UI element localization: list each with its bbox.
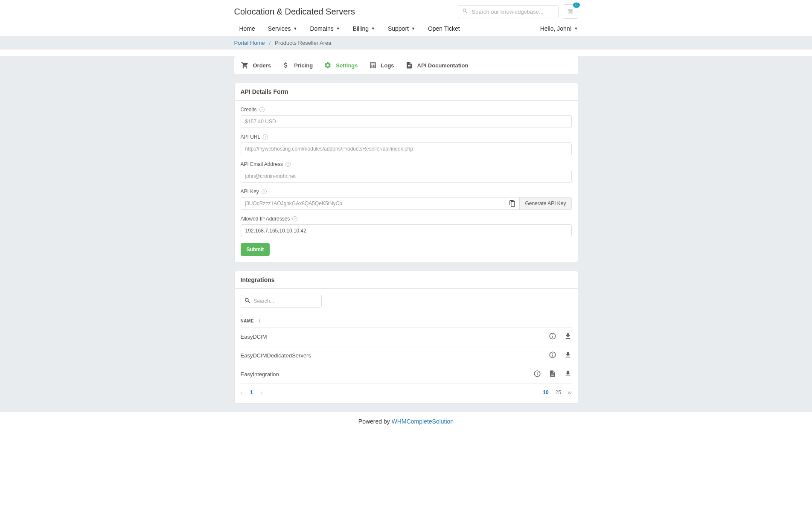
integration-name: EasyIntegration	[241, 371, 279, 377]
cart-icon	[567, 8, 574, 15]
download-icon[interactable]	[564, 332, 572, 341]
chevron-down-icon: ▼	[336, 26, 340, 31]
dollar-icon	[282, 61, 290, 69]
sort-asc-icon: ↑	[258, 318, 261, 324]
footer: Powered by WHMCompleteSolution	[0, 412, 812, 431]
apiurl-label: API URL	[241, 134, 261, 140]
download-icon[interactable]	[564, 370, 572, 379]
brand-title: Colocation & Dedicated Servers	[234, 7, 355, 17]
download-icon[interactable]	[564, 351, 572, 360]
breadcrumb: Portal Home / Products Reseller Area	[234, 40, 578, 46]
help-icon[interactable]: ?	[259, 107, 265, 112]
integrations-title: Integrations	[235, 271, 578, 289]
nav-home[interactable]: Home	[234, 25, 255, 32]
breadcrumb-home-link[interactable]: Portal Home	[234, 40, 265, 46]
search-icon	[244, 297, 251, 305]
nav-support[interactable]: Support▼	[383, 25, 415, 32]
page-size-25[interactable]: 25	[556, 389, 561, 395]
integration-name: EasyDCIM	[241, 334, 267, 340]
allowed-ip-label: Allowed IP Addresses	[241, 216, 290, 222]
cart-icon	[241, 61, 249, 69]
kb-search-wrap	[458, 5, 559, 18]
table-row: EasyIntegration	[241, 365, 572, 383]
table-row: EasyDCIMDedicatedServers	[241, 346, 572, 365]
allowed-ip-input[interactable]	[241, 224, 572, 237]
tab-orders[interactable]: Orders	[241, 61, 271, 69]
list-icon	[369, 61, 377, 69]
page-size-10[interactable]: 10	[543, 389, 548, 395]
document-icon[interactable]	[549, 370, 556, 379]
tab-pricing[interactable]: Pricing	[282, 61, 313, 69]
form-title: API Details Form	[235, 83, 578, 101]
search-icon	[462, 8, 468, 15]
cart-badge-count: 0	[573, 3, 579, 8]
chevron-down-icon: ▼	[294, 26, 297, 31]
tab-settings[interactable]: Settings	[324, 61, 358, 69]
cart-button[interactable]: 0	[563, 4, 578, 19]
help-icon[interactable]: ?	[292, 216, 297, 221]
help-icon[interactable]: ?	[285, 162, 291, 167]
user-menu[interactable]: Hello, John!▼	[540, 25, 578, 32]
tab-logs[interactable]: Logs	[369, 61, 394, 69]
help-icon[interactable]: ?	[262, 189, 267, 194]
integrations-search-input[interactable]	[241, 295, 322, 308]
info-icon[interactable]	[533, 370, 541, 379]
chevron-down-icon: ▼	[411, 26, 415, 31]
nav-billing[interactable]: Billing▼	[348, 25, 375, 32]
info-icon[interactable]	[549, 351, 556, 360]
generate-api-key-button[interactable]: Generate API Key	[519, 197, 571, 210]
chevron-down-icon: ▼	[574, 26, 578, 31]
email-input	[241, 170, 572, 183]
apikey-label: API Key	[241, 189, 259, 195]
nav-open-ticket[interactable]: Open Ticket	[423, 25, 460, 32]
breadcrumb-current: Products Reseller Area	[275, 40, 332, 46]
gear-icon	[324, 61, 332, 69]
info-icon[interactable]	[549, 332, 556, 341]
copy-icon	[509, 200, 516, 207]
chevron-down-icon: ▼	[371, 26, 375, 31]
page-1[interactable]: 1	[250, 389, 253, 395]
credits-label: Credits	[241, 107, 257, 113]
page-size-all[interactable]: ∞	[568, 389, 572, 395]
apiurl-input	[241, 142, 572, 155]
submit-button[interactable]: Submit	[241, 243, 270, 256]
help-icon[interactable]: ?	[263, 134, 268, 139]
integration-name: EasyDCIMDedicatedServers	[241, 352, 311, 359]
tab-api-docs[interactable]: API Documentation	[405, 61, 469, 69]
footer-link[interactable]: WHMCompleteSolution	[392, 418, 454, 425]
email-label: API Email Address	[241, 161, 283, 167]
page-prev[interactable]: ‹	[241, 389, 242, 395]
page-next[interactable]: ›	[261, 389, 262, 395]
nav-domains[interactable]: Domains▼	[305, 25, 340, 32]
kb-search-input[interactable]	[458, 5, 559, 18]
nav-services[interactable]: Services▼	[263, 25, 297, 32]
apikey-input	[241, 197, 506, 210]
credits-input	[241, 115, 572, 128]
table-row: EasyDCIM	[241, 327, 572, 346]
table-header-name[interactable]: NAME ↑	[241, 314, 572, 327]
document-icon	[405, 61, 413, 69]
copy-button[interactable]	[506, 197, 519, 210]
